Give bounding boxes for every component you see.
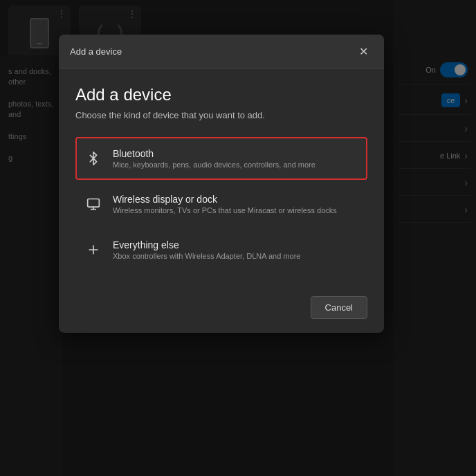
add-device-dialog: Add a device ✕ Add a device Choose the k…	[59, 35, 384, 333]
cancel-button[interactable]: Cancel	[311, 296, 367, 319]
bluetooth-icon	[85, 150, 102, 167]
dialog-body: Add a device Choose the kind of device t…	[59, 68, 384, 285]
bluetooth-option-desc: Mice, keyboards, pens, audio devices, co…	[113, 161, 358, 169]
dialog-footer: Cancel	[59, 285, 384, 333]
bluetooth-option[interactable]: Bluetooth Mice, keyboards, pens, audio d…	[75, 137, 367, 180]
wireless-display-option-desc: Wireless monitors, TVs or PCs that use M…	[113, 206, 358, 214]
everything-else-option-title: Everything else	[113, 239, 358, 250]
wireless-display-option-title: Wireless display or dock	[113, 194, 358, 205]
svg-rect-0	[88, 199, 100, 208]
wireless-display-option[interactable]: Wireless display or dock Wireless monito…	[75, 183, 367, 226]
everything-else-option-desc: Xbox controllers with Wireless Adapter, …	[113, 252, 358, 260]
wireless-display-option-text: Wireless display or dock Wireless monito…	[113, 194, 358, 214]
bluetooth-option-title: Bluetooth	[113, 148, 358, 159]
everything-else-option[interactable]: Everything else Xbox controllers with Wi…	[75, 228, 367, 271]
monitor-icon	[85, 196, 102, 212]
dialog-heading: Add a device	[75, 85, 367, 104]
plus-icon	[85, 241, 102, 258]
dialog-close-button[interactable]: ✕	[354, 42, 373, 61]
everything-else-option-text: Everything else Xbox controllers with Wi…	[113, 239, 358, 260]
dialog-title: Add a device	[70, 46, 122, 57]
dialog-subtitle: Choose the kind of device that you want …	[75, 110, 367, 120]
dialog-titlebar: Add a device ✕	[59, 35, 384, 68]
bluetooth-option-text: Bluetooth Mice, keyboards, pens, audio d…	[113, 148, 358, 169]
